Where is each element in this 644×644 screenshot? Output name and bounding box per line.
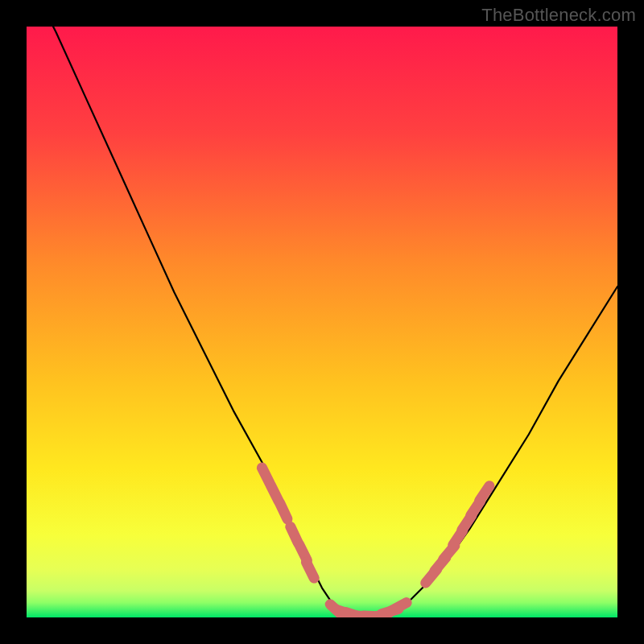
gradient-background bbox=[27, 27, 617, 617]
chart-frame: TheBottleneck.com bbox=[0, 0, 644, 644]
marker-left-cluster bbox=[306, 562, 314, 578]
chart-svg bbox=[27, 27, 617, 617]
marker-left-cluster bbox=[280, 503, 287, 519]
watermark-label: TheBottleneck.com bbox=[481, 5, 636, 26]
chart-plot-area bbox=[27, 27, 617, 617]
marker-bottom-cluster bbox=[391, 603, 407, 611]
